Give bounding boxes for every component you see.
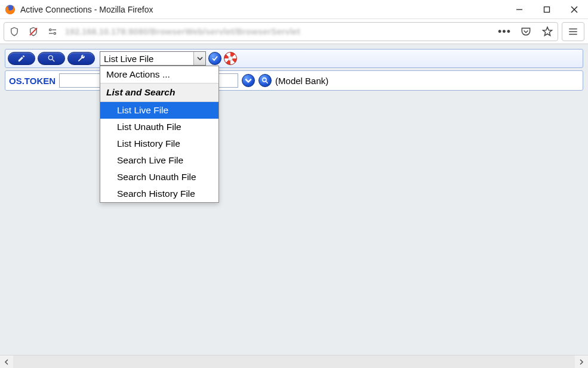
app-area: List Live File More Actions ... List and… (0, 44, 588, 355)
scroll-left-button[interactable] (0, 355, 13, 368)
permissions-icon[interactable] (46, 25, 59, 38)
dropdown-item-search-live[interactable]: Search Live File (100, 152, 218, 169)
scroll-right-button[interactable] (575, 355, 588, 368)
svg-rect-2 (544, 7, 550, 12)
field-label: OS.TOKEN (9, 76, 56, 86)
edit-button[interactable] (8, 52, 35, 65)
expand-button[interactable] (242, 74, 255, 87)
action-combo[interactable]: List Live File (100, 51, 206, 66)
url-bar-row: 192.168.10.178:8080/BrowserWeb/servlet/B… (0, 19, 588, 44)
action-combo-value: List Live File (100, 52, 193, 65)
dropdown-item-list-history[interactable]: List History File (100, 135, 218, 152)
maximize-button[interactable] (533, 0, 561, 19)
tracking-blocked-icon[interactable] (27, 25, 40, 38)
titlebar: Active Connections - Mozilla Firefox (0, 0, 588, 19)
view-button[interactable] (38, 52, 65, 65)
dropdown-group-header: List and Search (100, 83, 218, 102)
minimize-button[interactable] (506, 0, 533, 19)
toolbar: List Live File More Actions ... List and… (5, 49, 583, 68)
combo-arrow-icon[interactable] (193, 52, 205, 65)
menu-button[interactable] (562, 22, 584, 41)
lookup-button[interactable] (258, 74, 272, 87)
context-label: (Model Bank) (275, 76, 328, 86)
action-dropdown: More Actions ... List and Search List Li… (100, 66, 219, 203)
dropdown-item-list-unauth[interactable]: List Unauth File (100, 119, 218, 135)
svg-point-8 (54, 32, 56, 34)
svg-point-14 (48, 55, 53, 60)
action-combo-wrap: List Live File More Actions ... List and… (100, 51, 206, 66)
criteria-row: OS.TOKEN (Model Bank) (5, 70, 583, 91)
help-button[interactable] (224, 52, 237, 65)
horizontal-scrollbar[interactable] (0, 355, 588, 368)
url-field[interactable]: 192.168.10.178:8080/BrowserWeb/servlet/B… (4, 22, 558, 41)
pocket-icon[interactable] (519, 25, 532, 38)
svg-point-6 (50, 29, 51, 30)
dropdown-item-search-history[interactable]: Search History File (100, 185, 218, 202)
svg-line-15 (53, 60, 55, 62)
close-button[interactable] (561, 0, 588, 19)
bookmark-star-icon[interactable] (541, 25, 554, 38)
dropdown-more-actions[interactable]: More Actions ... (100, 66, 218, 83)
dropdown-item-search-unauth[interactable]: Search Unauth File (100, 169, 218, 185)
svg-marker-10 (543, 27, 552, 35)
window-title: Active Connections - Mozilla Firefox (20, 5, 153, 14)
dropdown-item-list-live[interactable]: List Live File (100, 102, 218, 119)
firefox-icon (5, 4, 16, 15)
tools-button[interactable] (67, 52, 95, 65)
shield-icon[interactable] (8, 25, 21, 38)
toolbar-pill-buttons (8, 52, 97, 65)
svg-line-17 (266, 81, 268, 83)
page-actions-ellipsis[interactable]: ••• (498, 25, 511, 38)
scrollbar-track[interactable] (13, 355, 575, 368)
go-button[interactable] (208, 52, 221, 65)
svg-point-16 (263, 78, 266, 82)
url-text: 192.168.10.178:8080/BrowserWeb/servlet/B… (65, 27, 487, 36)
window-controls (506, 0, 588, 19)
